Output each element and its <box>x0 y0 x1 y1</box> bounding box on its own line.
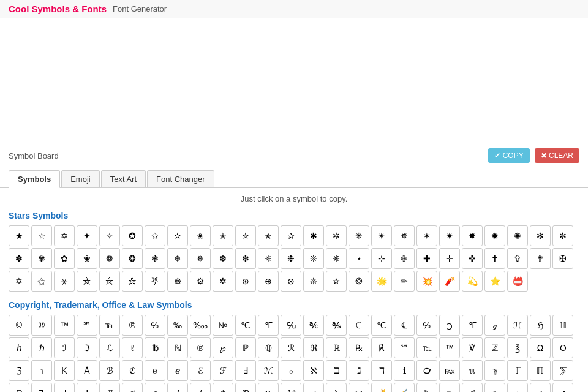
symbol-button[interactable]: ℊ <box>484 315 505 336</box>
symbol-button[interactable]: ❋ <box>326 248 347 269</box>
symbol-button[interactable]: ✮ <box>235 225 256 246</box>
symbol-button[interactable]: ℰ <box>190 360 211 381</box>
symbol-button[interactable]: Ω <box>530 337 551 358</box>
symbol-button[interactable]: ❈ <box>258 248 279 269</box>
symbol-button[interactable]: ❁ <box>99 248 120 269</box>
symbol-button[interactable]: ✏ <box>439 383 460 392</box>
symbol-button[interactable]: 💥 <box>417 271 437 292</box>
symbol-button[interactable]: ℗ <box>122 315 143 336</box>
symbol-button[interactable]: ✻ <box>530 225 551 246</box>
symbol-button[interactable]: ℝ <box>326 337 347 358</box>
symbol-button[interactable]: ℬ <box>99 360 120 381</box>
symbol-button[interactable]: Ⅎ <box>235 360 256 381</box>
symbol-button[interactable]: ✩ <box>145 225 165 246</box>
symbol-button[interactable]: ✔ <box>552 383 573 392</box>
symbol-button[interactable]: ⅅ <box>99 383 120 392</box>
symbol-button[interactable]: ✭ <box>213 225 233 246</box>
symbol-button[interactable]: ⅁ <box>9 383 29 392</box>
symbol-button[interactable]: 🌟 <box>371 271 392 292</box>
symbol-button[interactable]: ℛ <box>281 337 301 358</box>
symbol-button[interactable]: ⅍ <box>281 383 301 392</box>
symbol-button[interactable]: ℠ <box>77 315 97 336</box>
symbol-button[interactable]: ℵ <box>303 360 324 381</box>
symbol-button[interactable]: ⋆ <box>349 248 369 269</box>
symbol-button[interactable]: ❊ <box>303 248 324 269</box>
symbol-button[interactable]: ⛦ <box>122 271 143 292</box>
tab-emoji[interactable]: Emoji <box>61 170 100 187</box>
symbol-button[interactable]: ❃ <box>145 248 165 269</box>
symbol-button[interactable]: ✹ <box>484 225 505 246</box>
symbol-button[interactable]: ✲ <box>326 225 347 246</box>
symbol-button[interactable]: ✳ <box>349 225 369 246</box>
symbol-button[interactable]: ℷ <box>349 360 369 381</box>
symbol-button[interactable]: ℃ <box>235 315 256 336</box>
symbol-button[interactable]: ℻ <box>439 360 460 381</box>
symbol-button[interactable]: ✑ <box>484 383 505 392</box>
symbol-button[interactable]: ✱ <box>303 225 324 246</box>
symbol-button[interactable]: ✺ <box>507 225 528 246</box>
symbol-button[interactable]: ❀ <box>77 248 97 269</box>
symbol-button[interactable]: ❅ <box>190 248 211 269</box>
symbol-button[interactable]: ✿ <box>54 248 75 269</box>
symbol-button[interactable]: ℉ <box>258 315 279 336</box>
symbol-button[interactable]: ☸ <box>167 271 188 292</box>
symbol-button[interactable]: ℡ <box>99 315 120 336</box>
symbol-button[interactable]: ℹ <box>394 360 415 381</box>
tab-text-art[interactable]: Text Art <box>101 170 146 187</box>
symbol-button[interactable]: ‰ <box>167 315 188 336</box>
symbol-button[interactable]: ℁ <box>326 315 347 336</box>
symbol-button[interactable]: ✦ <box>77 225 97 246</box>
symbol-button[interactable]: ❉ <box>281 248 301 269</box>
symbol-button[interactable]: ❄ <box>167 248 188 269</box>
symbol-button[interactable]: ✰ <box>281 225 301 246</box>
symbol-button[interactable]: ℅ <box>417 315 437 336</box>
symbol-button[interactable]: ⊛ <box>235 271 256 292</box>
symbol-button[interactable]: ✒ <box>507 383 528 392</box>
symbol-button[interactable]: ⅀ <box>552 360 573 381</box>
symbol-button[interactable]: ℕ <box>167 337 188 358</box>
symbol-button[interactable]: ⊗ <box>281 271 301 292</box>
symbol-button[interactable]: ✚ <box>417 248 437 269</box>
symbol-button[interactable]: K <box>54 360 75 381</box>
symbol-button[interactable]: ❆ <box>213 248 233 269</box>
symbol-button[interactable]: ✴ <box>371 225 392 246</box>
symbol-button[interactable]: ℶ <box>326 360 347 381</box>
symbol-button[interactable]: ℥ <box>507 337 528 358</box>
symbol-button[interactable]: ℿ <box>530 360 551 381</box>
copy-button[interactable]: ✔ COPY <box>488 148 529 163</box>
symbol-button[interactable]: ℀ <box>303 315 324 336</box>
symbol-button[interactable]: ⅂ <box>31 383 52 392</box>
symbol-button[interactable]: ℅ <box>145 315 165 336</box>
symbol-button[interactable]: ✝ <box>484 248 505 269</box>
symbol-button[interactable]: ℒ <box>99 337 120 358</box>
symbol-button[interactable]: ℠ <box>394 337 415 358</box>
symbol-button[interactable]: ✙ <box>394 248 415 269</box>
symbol-button[interactable]: 📛 <box>507 271 528 292</box>
symbol-button[interactable]: ☆ <box>31 225 52 246</box>
symbol-button[interactable]: ✧ <box>99 225 120 246</box>
symbol-button[interactable]: ‱ <box>190 315 211 336</box>
symbol-button[interactable]: ✼ <box>552 225 573 246</box>
symbol-button[interactable]: ✬ <box>190 225 211 246</box>
symbol-button[interactable]: ℐ <box>54 337 75 358</box>
symbol-button[interactable]: ✡ <box>54 225 75 246</box>
symbol-button[interactable]: ❊ <box>303 271 324 292</box>
symbol-button[interactable]: ⅌ <box>258 383 279 392</box>
symbol-button[interactable]: ⅇ <box>145 383 165 392</box>
symbol-button[interactable]: ℯ <box>167 360 188 381</box>
symbol-button[interactable]: ⊕ <box>258 271 279 292</box>
symbol-button[interactable]: ✏ <box>394 271 415 292</box>
symbol-button[interactable]: ℨ <box>9 360 29 381</box>
symbol-button[interactable]: ⅃ <box>54 383 75 392</box>
symbol-button[interactable]: ℆ <box>281 315 301 336</box>
symbol-button[interactable]: ℾ <box>507 360 528 381</box>
symbol-button[interactable]: № <box>213 315 233 336</box>
symbol-button[interactable]: ℂ <box>349 315 369 336</box>
symbol-button[interactable]: ℚ <box>258 337 279 358</box>
symbol-button[interactable]: ⛥ <box>99 271 120 292</box>
symbol-button[interactable]: ⭐ <box>484 271 505 292</box>
symbol-button[interactable]: ⚝ <box>31 271 52 292</box>
symbol-button[interactable]: ✪ <box>122 225 143 246</box>
symbol-button[interactable]: ✾ <box>31 248 52 269</box>
symbol-button[interactable]: ✯ <box>258 225 279 246</box>
